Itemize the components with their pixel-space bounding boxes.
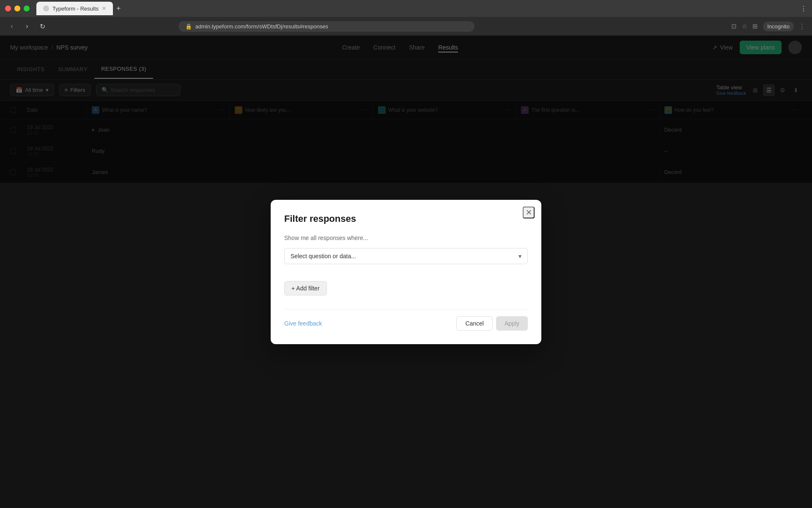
address-bar[interactable]: 🔒 admin.typeform.com/form/sWDtsfDj/resul… xyxy=(178,21,475,32)
cast-icon[interactable]: ⊡ xyxy=(731,22,737,30)
extension-icon[interactable]: ⊞ xyxy=(752,22,758,30)
back-button[interactable]: ‹ xyxy=(7,22,17,30)
give-feedback-link[interactable]: Give feedback xyxy=(284,320,322,327)
chevron-down-icon: ▾ xyxy=(518,253,521,260)
bookmark-icon[interactable]: ☆ xyxy=(742,22,747,30)
browser-menu-icon[interactable]: ⋮ xyxy=(799,22,805,30)
forward-button[interactable]: › xyxy=(22,22,32,30)
tab-bar: Typeform - Results ✕ + ⋮ xyxy=(36,2,807,15)
traffic-lights xyxy=(5,6,30,11)
browser-chrome: Typeform - Results ✕ + ⋮ ‹ › ↻ 🔒 admin.t… xyxy=(0,0,812,36)
tab-title: Typeform - Results xyxy=(52,6,99,12)
add-filter-button[interactable]: + Add filter xyxy=(284,281,327,295)
modal-actions: Cancel Apply xyxy=(456,316,528,331)
close-window-button[interactable] xyxy=(5,6,11,11)
modal-overlay: ✕ Filter responses Show me all responses… xyxy=(0,36,812,508)
dropdown-placeholder: Select question or data... xyxy=(291,253,356,260)
incognito-badge[interactable]: Incognito xyxy=(763,22,794,31)
maximize-window-button[interactable] xyxy=(24,6,30,11)
modal-title: Filter responses xyxy=(284,213,528,224)
browser-titlebar: Typeform - Results ✕ + ⋮ xyxy=(0,0,812,17)
browser-addressbar: ‹ › ↻ 🔒 admin.typeform.com/form/sWDtsfDj… xyxy=(0,17,812,36)
minimize-window-button[interactable] xyxy=(14,6,20,11)
reload-button[interactable]: ↻ xyxy=(37,22,47,30)
modal-footer: Give feedback Cancel Apply xyxy=(284,309,528,331)
lock-icon: 🔒 xyxy=(185,23,192,30)
browser-more-button[interactable]: ⋮ xyxy=(800,5,807,13)
tab-favicon xyxy=(43,6,49,11)
apply-button[interactable]: Apply xyxy=(496,316,528,331)
incognito-label: Incognito xyxy=(767,23,790,30)
address-text: admin.typeform.com/form/sWDtsfDj/results… xyxy=(195,23,328,30)
modal-close-button[interactable]: ✕ xyxy=(523,207,535,218)
modal-subtitle: Show me all responses where... xyxy=(284,235,528,241)
active-tab[interactable]: Typeform - Results ✕ xyxy=(36,2,113,15)
tab-close-button[interactable]: ✕ xyxy=(102,6,106,11)
cancel-button[interactable]: Cancel xyxy=(456,316,493,331)
app-content: My workspace / NPS survey Create Connect… xyxy=(0,36,812,508)
browser-actions: ⊡ ☆ ⊞ Incognito ⋮ xyxy=(731,22,805,31)
filter-responses-modal: ✕ Filter responses Show me all responses… xyxy=(271,200,541,344)
new-tab-button[interactable]: + xyxy=(116,4,121,13)
question-dropdown[interactable]: Select question or data... ▾ xyxy=(284,248,528,264)
